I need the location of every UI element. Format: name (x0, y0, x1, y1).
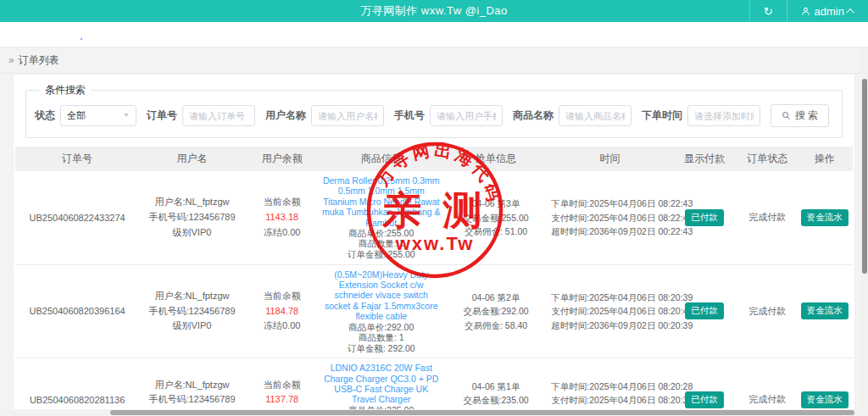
cell-order-state: 完成付款 (738, 301, 797, 322)
nav-tab[interactable] (175, 30, 177, 40)
product-link[interactable]: (0.5M~20M)Heavy Duty Extension Socket c/… (322, 269, 441, 322)
search-field-input[interactable] (182, 105, 255, 126)
vertical-scrollbar-thumb[interactable] (862, 79, 867, 274)
nav-tab[interactable] (108, 30, 109, 40)
col-order-state: 订单状态 (738, 147, 797, 171)
balance-label: 当前余额 (264, 291, 301, 301)
horizontal-scrollbar-thumb[interactable] (110, 410, 854, 415)
search-field-input[interactable] (687, 105, 760, 126)
balance-value: 1184.78 (265, 306, 298, 316)
order-status-text: 完成付款 (748, 306, 786, 316)
product-link[interactable]: Derma Roller 0.25mm 0.3mm 0.5mm 1.0mm 1.… (322, 175, 441, 228)
nav-tab[interactable] (216, 30, 218, 40)
product-qty: 商品数量: 1 (322, 238, 441, 249)
fund-flow-button[interactable]: 资金流水 (801, 391, 849, 408)
frozen-line: 冻结0.00 (248, 319, 317, 334)
search-field: 下单时间 (642, 105, 760, 126)
user-level-text: 级别VIP0 (142, 225, 242, 241)
chevron-down-icon: ▼ (123, 113, 130, 119)
cell-product: (0.5M~20M)Heavy Duty Extension Socket c/… (320, 265, 443, 358)
user-phone-text: 手机号码:123456789 (142, 304, 242, 319)
nav-tab[interactable] (13, 30, 14, 40)
user-icon (801, 7, 810, 16)
refresh-icon: ↻ (764, 5, 773, 18)
balance-line: 当前余额1184.78 (248, 289, 317, 319)
fund-flow-button[interactable]: 资金流水 (801, 209, 849, 226)
nav-tab[interactable] (121, 30, 123, 40)
grab-commission: 交易佣金: 58.40 (446, 319, 546, 332)
user-level-text: 级别VIP0 (142, 319, 242, 334)
product-link[interactable]: LDNIO A2316C 20W Fast Charge Charger QC3… (322, 363, 441, 405)
search-field: 用户名称 (265, 105, 384, 126)
balance-value: 1137.78 (265, 394, 298, 404)
search-field-label: 商品名称 (513, 108, 554, 123)
search-legend: 条件搜索 (40, 83, 91, 97)
cell-show-pay: 已付款 (671, 298, 738, 324)
order-status-text: 完成付款 (748, 394, 786, 404)
search-icon (782, 111, 791, 120)
nav-tab[interactable] (81, 30, 82, 40)
user-name-text: 用户名:NL_fptzgw (142, 378, 242, 393)
order-number: UB2504060822433274 (30, 213, 125, 223)
col-balance: 用户余额 (245, 147, 320, 171)
cell-balance: 当前余额1137.78 冻结0.00 (245, 374, 320, 409)
status-label: 状态 (35, 108, 55, 123)
grab-commission: 交易佣金: 51.00 (446, 225, 546, 238)
balance-value: 1143.18 (265, 212, 298, 222)
status-select[interactable]: 全部 ▼ (60, 105, 136, 126)
product-amount: 订单金额: 292.00 (322, 343, 441, 354)
table-row: UB2504060820281136 用户名:NL_fptzgw 手机号码:12… (15, 358, 853, 409)
user-name-text: 用户名:NL_fptzgw (142, 195, 242, 210)
cell-product: LDNIO A2316C 20W Fast Charge Charger QC3… (320, 358, 443, 409)
cell-user: 用户名:NL_fptzgw 手机号码:123456789 级别VIP0 (139, 285, 244, 338)
nav-tab[interactable] (26, 30, 28, 40)
table-row: UB2504060820396164 用户名:NL_fptzgw 手机号码:12… (15, 265, 853, 359)
horizontal-scrollbar[interactable] (0, 409, 861, 416)
nav-tab[interactable] (67, 30, 69, 40)
nav-tab[interactable] (203, 30, 204, 40)
nav-tab[interactable] (40, 30, 42, 40)
paid-button[interactable]: 已付款 (685, 391, 724, 408)
status-selected-value: 全部 (67, 109, 86, 122)
order-status-text: 完成付款 (748, 212, 786, 222)
product-amount: 订单金额: 255.00 (322, 249, 441, 260)
nav-tab[interactable] (148, 30, 150, 40)
cell-show-pay: 已付款 (671, 387, 738, 409)
nav-tab[interactable] (53, 30, 55, 40)
main-nav (0, 22, 868, 47)
refresh-button[interactable]: ↻ (749, 0, 787, 22)
col-time: 时间 (548, 147, 670, 171)
search-button[interactable]: 搜 索 (771, 104, 829, 127)
orders-table: 订单号 用户名 用户余额 商品信息 抢单信息 时间 显示付款 订单状态 操作 U… (15, 147, 853, 409)
cell-order-state: 完成付款 (738, 389, 797, 409)
col-grab-info: 抢单信息 (443, 147, 548, 171)
vertical-scrollbar[interactable] (861, 48, 868, 409)
cell-order-state: 完成付款 (738, 207, 797, 228)
paid-button[interactable]: 已付款 (685, 302, 724, 319)
grab-amount: 交易金额:292.00 (446, 304, 546, 318)
cell-time: 下单时间:2025年04月06日 08:20:39 支付时间:2025年04月0… (548, 286, 670, 336)
nav-tab[interactable] (94, 30, 96, 40)
grab-seq: 04-06 第3单 (446, 197, 546, 210)
col-show-pay: 显示付款 (671, 147, 738, 171)
cell-grab-info: 04-06 第2单 交易金额:292.00 交易佣金: 58.40 (443, 286, 548, 336)
user-name-text: 用户名:NL_fptzgw (142, 289, 242, 304)
grab-seq: 04-06 第1单 (446, 380, 546, 393)
user-menu[interactable]: admin (787, 0, 868, 22)
col-order-no: 订单号 (15, 147, 139, 171)
balance-line: 当前余额1137.78 (248, 378, 317, 408)
search-field-input[interactable] (559, 105, 632, 126)
user-name: admin (815, 5, 844, 18)
app-title: 万寻网制作 wxw.Tw @i_Dao (0, 3, 868, 19)
search-field-label: 用户名称 (265, 108, 306, 123)
nav-tab[interactable] (135, 30, 136, 40)
fund-flow-button[interactable]: 资金流水 (801, 302, 849, 319)
nav-tab[interactable] (162, 30, 164, 40)
grab-seq: 04-06 第2单 (446, 291, 546, 304)
paid-button[interactable]: 已付款 (685, 209, 724, 226)
nav-tab[interactable] (189, 30, 191, 40)
search-field-input[interactable] (311, 105, 384, 126)
cell-show-pay: 已付款 (671, 205, 738, 230)
search-field-input[interactable] (430, 105, 503, 126)
search-form: 状态 全部 ▼ 订单号 用户名称 手机号 商品名称 (35, 104, 833, 127)
